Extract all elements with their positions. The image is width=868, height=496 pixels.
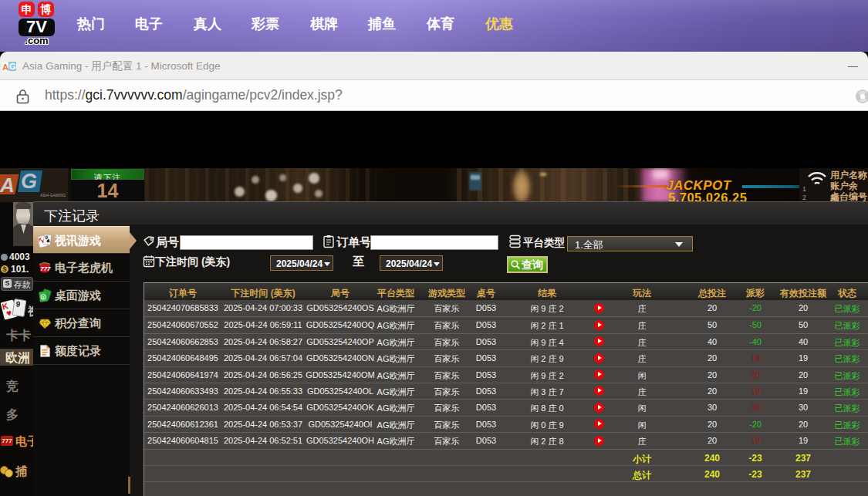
svg-text:777: 777 — [40, 265, 51, 272]
